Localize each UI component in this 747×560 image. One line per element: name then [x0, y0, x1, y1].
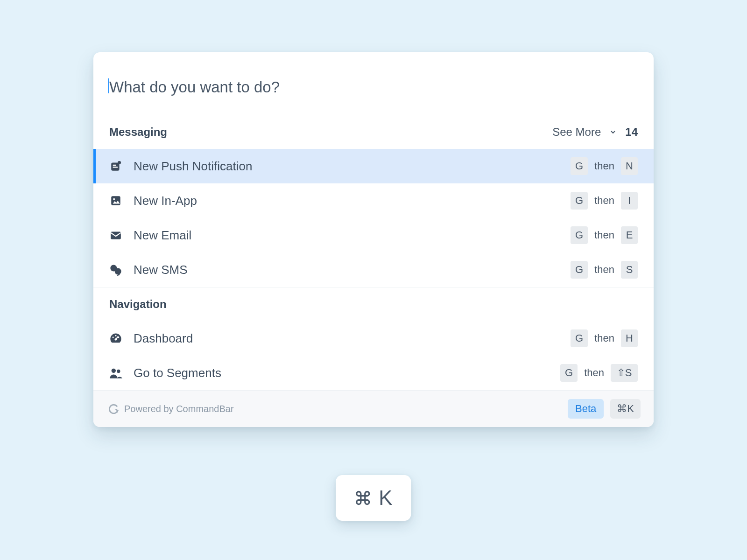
svg-rect-1 — [113, 165, 117, 166]
section-title: Messaging — [109, 126, 167, 139]
shortcut-key: G — [571, 192, 588, 210]
command-item-label: Go to Segments — [134, 366, 221, 380]
svg-point-13 — [115, 338, 117, 341]
command-icon — [354, 490, 371, 506]
see-more-count: 14 — [625, 126, 638, 139]
inapp-icon — [109, 194, 122, 207]
section-header-messaging: Messaging See More 14 — [93, 115, 654, 149]
command-item-dashboard[interactable]: Dashboard G then H — [93, 321, 654, 356]
svg-point-5 — [113, 198, 115, 200]
shortcut-key: H — [621, 329, 638, 347]
svg-point-3 — [118, 161, 121, 164]
svg-point-14 — [112, 369, 116, 373]
shortcut: G then H — [571, 329, 638, 347]
command-palette: Messaging See More 14 New Push Notificat… — [93, 52, 654, 427]
shortcut-then: then — [594, 332, 614, 344]
command-item-label: New In-App — [134, 194, 197, 208]
email-icon — [109, 229, 122, 242]
command-item-go-segments[interactable]: Go to Segments G then ⇧S — [93, 356, 654, 390]
shortcut-key: G — [571, 157, 588, 175]
sms-icon — [109, 263, 122, 276]
section-title: Navigation — [109, 298, 167, 311]
hero-shortcut-key: K — [379, 486, 392, 510]
section-header-navigation: Navigation — [93, 287, 654, 321]
shortcut-key: I — [621, 192, 638, 210]
shortcut: G then I — [571, 192, 638, 210]
search-input[interactable] — [109, 78, 638, 96]
shortcut: G then E — [571, 226, 638, 244]
shortcut-key: N — [621, 157, 638, 175]
footer-shortcut-hint: ⌘K — [610, 399, 641, 419]
chevron-down-icon — [609, 128, 617, 136]
palette-footer: Powered by CommandBar Beta ⌘K — [93, 390, 654, 427]
see-more[interactable]: See More 14 — [552, 126, 638, 139]
svg-point-8 — [115, 268, 121, 275]
shortcut: G then N — [571, 157, 638, 175]
shortcut-key: G — [571, 329, 588, 347]
svg-point-10 — [115, 335, 116, 336]
command-item-new-email[interactable]: New Email G then E — [93, 218, 654, 252]
segments-icon — [109, 366, 122, 379]
shortcut-then: then — [584, 367, 604, 379]
svg-point-15 — [117, 370, 120, 373]
dashboard-icon — [109, 332, 122, 345]
shortcut-then: then — [594, 264, 614, 276]
shortcut: G then S — [571, 261, 638, 279]
shortcut: G then ⇧S — [560, 364, 638, 382]
command-item-new-push[interactable]: New Push Notification G then N — [93, 149, 654, 183]
command-item-label: New Email — [134, 228, 191, 243]
hero-shortcut-card: K — [336, 475, 411, 521]
footer-attribution: Powered by CommandBar — [108, 404, 234, 414]
shortcut-then: then — [594, 229, 614, 241]
push-icon — [109, 160, 122, 173]
svg-rect-0 — [111, 162, 119, 170]
shortcut-then: then — [594, 160, 614, 172]
command-item-new-inapp[interactable]: New In-App G then I — [93, 183, 654, 218]
command-item-label: New SMS — [134, 263, 188, 277]
command-item-label: New Push Notification — [134, 159, 252, 174]
shortcut-then: then — [594, 195, 614, 207]
powered-by-text: Powered by CommandBar — [124, 404, 234, 414]
svg-rect-4 — [111, 196, 120, 205]
shortcut-key: ⇧S — [611, 364, 638, 382]
see-more-label: See More — [552, 126, 601, 139]
shortcut-key: G — [571, 226, 588, 244]
svg-point-9 — [113, 336, 114, 338]
beta-badge[interactable]: Beta — [568, 399, 604, 419]
commandbar-logo-icon — [108, 404, 119, 414]
svg-rect-16 — [361, 496, 365, 500]
command-item-label: Dashboard — [134, 331, 193, 346]
search-area — [93, 52, 654, 115]
svg-rect-2 — [113, 167, 118, 168]
svg-rect-6 — [111, 231, 121, 239]
shortcut-key: E — [621, 226, 638, 244]
shortcut-key: S — [621, 261, 638, 279]
shortcut-key: G — [571, 261, 588, 279]
shortcut-key: G — [560, 364, 578, 382]
command-item-new-sms[interactable]: New SMS G then S — [93, 252, 654, 287]
